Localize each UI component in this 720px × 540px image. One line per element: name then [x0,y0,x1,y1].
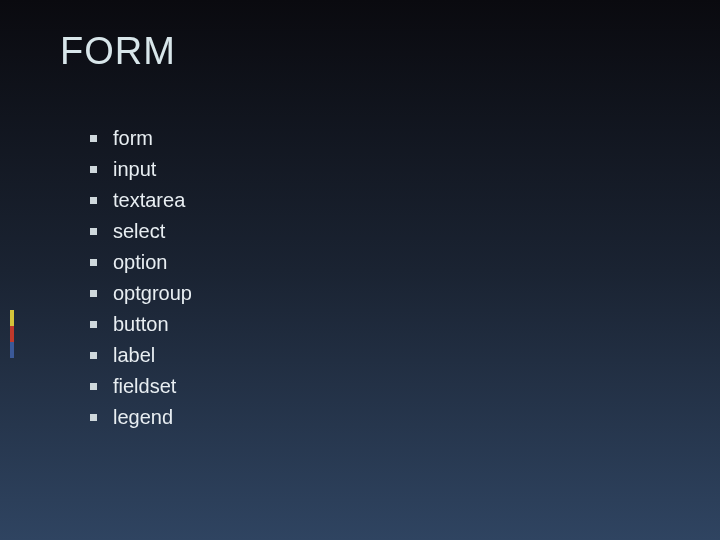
square-bullet-icon [90,259,97,266]
bullet-list: form input textarea select option optgro… [60,123,660,433]
list-item-label: option [113,247,168,278]
slide: FORM form input textarea select option o… [0,0,720,540]
square-bullet-icon [90,290,97,297]
slide-title: FORM [60,30,660,73]
list-item: textarea [90,185,660,216]
list-item: select [90,216,660,247]
list-item: label [90,340,660,371]
list-item-label: textarea [113,185,185,216]
list-item-label: form [113,123,153,154]
list-item-label: fieldset [113,371,176,402]
square-bullet-icon [90,414,97,421]
accent-segment [10,342,14,358]
list-item: fieldset [90,371,660,402]
accent-stripe [10,310,14,358]
square-bullet-icon [90,228,97,235]
list-item: option [90,247,660,278]
list-item-label: input [113,154,156,185]
list-item-label: optgroup [113,278,192,309]
list-item: form [90,123,660,154]
accent-segment [10,326,14,342]
list-item-label: button [113,309,169,340]
list-item: legend [90,402,660,433]
square-bullet-icon [90,383,97,390]
list-item-label: label [113,340,155,371]
accent-segment [10,310,14,326]
square-bullet-icon [90,352,97,359]
list-item-label: select [113,216,165,247]
square-bullet-icon [90,197,97,204]
square-bullet-icon [90,135,97,142]
square-bullet-icon [90,166,97,173]
list-item: button [90,309,660,340]
list-item: optgroup [90,278,660,309]
square-bullet-icon [90,321,97,328]
list-item: input [90,154,660,185]
list-item-label: legend [113,402,173,433]
